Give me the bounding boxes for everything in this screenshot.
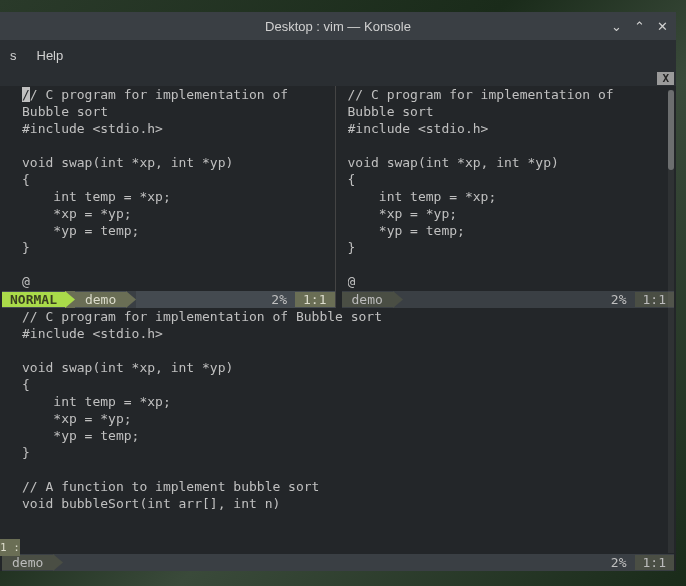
status-file: demo xyxy=(75,292,126,307)
statusline-active: NORMAL demo 2% 1:1 xyxy=(2,291,335,308)
svg-marker-0 xyxy=(65,291,75,308)
status-percent: 2% xyxy=(263,292,295,307)
status-percent: 2% xyxy=(603,555,635,570)
pane-bottom[interactable]: // C program for implementation of Bubbl… xyxy=(2,308,674,571)
status-position: 1:1 xyxy=(635,555,674,570)
status-position: 1:1 xyxy=(295,292,334,307)
svg-marker-1 xyxy=(126,291,136,308)
window-title: Desktop : vim — Konsole xyxy=(265,19,411,34)
menu-item-help[interactable]: Help xyxy=(27,48,74,63)
svg-marker-3 xyxy=(53,554,63,571)
window-controls: ⌄ ⌃ ✕ xyxy=(611,19,668,34)
code-top-left[interactable]: // C program for implementation of Bubbl… xyxy=(22,86,335,291)
menubar: s Help xyxy=(0,40,676,70)
titlebar[interactable]: Desktop : vim — Konsole ⌄ ⌃ ✕ xyxy=(0,12,676,40)
statusline-inactive-bottom: demo 2% 1:1 xyxy=(2,554,674,571)
gutter xyxy=(2,86,20,288)
minimize-icon[interactable]: ⌄ xyxy=(611,19,622,34)
left-status-mark: 1 : xyxy=(0,539,20,556)
status-percent: 2% xyxy=(603,292,635,307)
scrollbar[interactable] xyxy=(668,90,674,553)
vim-editor[interactable]: // C program for implementation of Bubbl… xyxy=(0,86,676,571)
vim-mode: NORMAL xyxy=(2,292,65,307)
tab-close-button[interactable]: X xyxy=(657,72,674,85)
split-border[interactable] xyxy=(335,86,336,308)
code-top-right[interactable]: // C program for implementation of Bubbl… xyxy=(348,86,675,291)
svg-marker-2 xyxy=(393,291,403,308)
pane-top-right[interactable]: // C program for implementation of Bubbl… xyxy=(342,86,675,308)
status-file: demo xyxy=(2,555,53,570)
scrollbar-thumb[interactable] xyxy=(668,90,674,170)
gutter xyxy=(2,308,20,551)
tab-bar: X xyxy=(0,70,676,86)
top-splits: // C program for implementation of Bubbl… xyxy=(2,86,674,308)
statusline-inactive-right: demo 2% 1:1 xyxy=(342,291,675,308)
konsole-window: Desktop : vim — Konsole ⌄ ⌃ ✕ s Help X /… xyxy=(0,12,676,571)
close-icon[interactable]: ✕ xyxy=(657,19,668,34)
code-bottom[interactable]: // C program for implementation of Bubbl… xyxy=(22,308,674,554)
pane-top-left[interactable]: // C program for implementation of Bubbl… xyxy=(2,86,335,308)
maximize-icon[interactable]: ⌃ xyxy=(634,19,645,34)
status-file: demo xyxy=(342,292,393,307)
menu-item-left[interactable]: s xyxy=(0,48,27,63)
